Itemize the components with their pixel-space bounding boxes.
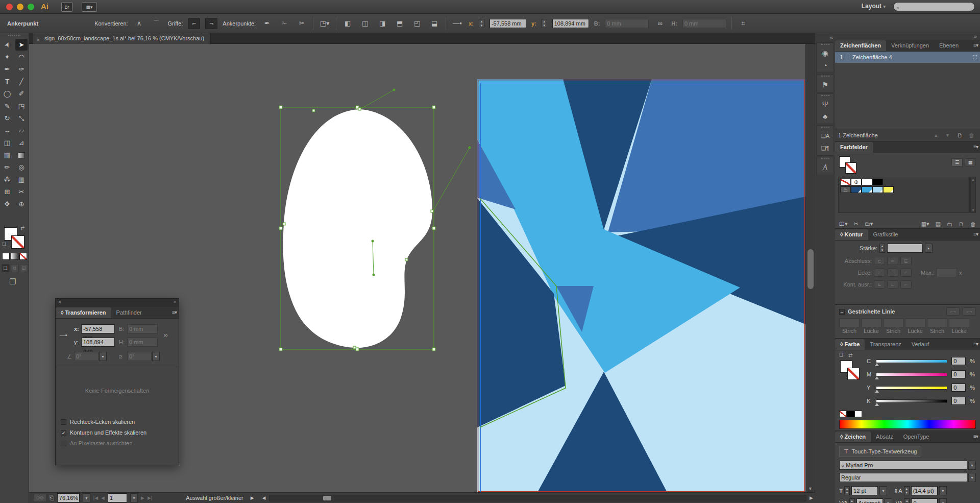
font-size-dropdown-icon[interactable]: ▾ [879,486,887,495]
color-stroke-proxy[interactable] [847,368,860,380]
transform-titlebar[interactable]: × » [56,299,179,307]
swatch-options-icon[interactable]: ▤ [936,221,941,227]
status-expand-icon[interactable]: ▶ [251,495,254,500]
new-color-group-icon[interactable]: 🗀 [947,221,952,227]
window-close-button[interactable] [6,4,13,10]
miter-join-button[interactable]: ⌐ [874,269,885,277]
stroke-color-proxy[interactable] [11,235,24,249]
isolate-selection-icon[interactable]: ◳▾ [318,18,331,29]
transform-collapse-icon[interactable]: » [174,299,176,304]
window-minimize-button[interactable] [17,4,23,10]
align-left-icon[interactable]: ◧ [341,18,354,29]
zoom-tool[interactable]: ⊕ [15,198,28,210]
horizontal-scrollbar[interactable] [269,495,807,501]
new-swatch-icon[interactable]: 🗋 [959,221,964,227]
glyphs-panel-icon[interactable]: A [817,161,834,174]
tab-pathfinder[interactable]: Pathfinder [111,307,147,318]
swatches-scrollbar[interactable]: ▲ ▼ [970,177,976,213]
last-page-icon[interactable]: ▶| [148,495,152,500]
swatches-menu-icon[interactable]: ≡▾ [973,144,978,150]
convert-to-smooth-icon[interactable]: ⌒ [151,18,163,29]
page-dropdown-icon[interactable]: ▾ [130,493,138,502]
swatch-black[interactable] [872,179,883,185]
tab-opentype[interactable]: OpenType [898,432,935,442]
selection-tool[interactable]: ➤ [0,37,15,53]
scale-strokes-row[interactable]: ✓ Konturen und Effekte skalieren [61,429,146,436]
magenta-slider[interactable] [876,373,947,376]
black-value[interactable]: 0 [951,397,966,405]
align-stroke-outside-button[interactable]: ⌐ [900,280,912,289]
align-middle-icon[interactable]: ◰ [411,18,423,29]
tab-color[interactable]: ◊ Farbe [835,339,865,350]
black-slider[interactable] [876,399,947,403]
connect-anchor-icon[interactable]: ✁ [278,18,290,29]
paragraph-styles-panel-icon[interactable]: ❏¶ [817,142,834,154]
magenta-value[interactable]: 0 [951,370,966,378]
tab-character[interactable]: ◊ Zeichen [835,432,871,442]
gradient-mode-button[interactable] [11,253,18,260]
window-zoom-button[interactable] [28,4,34,10]
character-menu-icon[interactable]: ≡▾ [973,434,978,439]
transform-chain-icon[interactable]: ∞ [164,332,168,338]
hand-tool[interactable]: ✥ [1,198,13,210]
align-center-icon[interactable]: ◫ [359,18,371,29]
font-style-dropdown-icon[interactable]: ▾ [968,473,976,482]
add-to-library-icon[interactable]: 🗀▾ [865,221,873,227]
y-stepper[interactable]: ▲▼ [542,19,547,28]
scroll-right-icon[interactable]: ▶ [810,495,813,500]
first-page-icon[interactable]: |◀ [93,495,98,500]
search-input[interactable]: ⌕ [893,2,975,11]
font-family-dropdown-icon[interactable]: ▾ [968,461,976,470]
transform-x-input[interactable]: -57,558 mm [81,324,115,333]
color-menu-icon[interactable]: ≡▾ [973,341,978,347]
horizontal-scrollbar-handle[interactable] [323,496,331,500]
scale-corners-row[interactable]: Rechteck-Ecken skalieren [61,419,135,425]
swatch-none[interactable] [840,179,851,185]
transform-floating-panel[interactable]: × » ◊ Transformieren Pathfinder ≡▾ —▪ x:… [55,298,179,465]
swatch-registration[interactable]: ⊕ [851,179,862,185]
perspective-grid-tool[interactable]: ⊿ [15,137,28,149]
tab-transparency[interactable]: Transparenz [865,339,906,350]
status-left-icon[interactable]: ⊙⊘ [33,494,46,502]
reference-point-locator[interactable]: —▪ [60,332,67,338]
gradient-panel-icon[interactable]: ◔ [817,59,834,71]
shape-builder-tool[interactable]: ◫ [1,137,13,149]
leading-stepper[interactable]: ▲▼ [904,486,910,495]
tab-layers[interactable]: Ebenen [934,40,964,51]
line-segment-tool[interactable]: ╱ [15,76,28,87]
align-top-icon[interactable]: ⬒ [394,18,406,29]
round-join-button[interactable]: ⌒ [887,269,898,277]
delete-artboard-icon[interactable]: 🗑 [969,132,974,138]
tab-stroke[interactable]: ◊ Kontur [835,229,868,240]
font-size-input[interactable]: 12 pt [851,486,878,495]
free-transform-tool[interactable]: ▱ [15,125,28,136]
brushes-panel-icon[interactable]: Ψ [817,98,834,110]
tab-gradient[interactable]: Verlauf [906,339,934,350]
color-swap-icon[interactable]: ⇄ [848,352,852,358]
swatch-yellow[interactable] [883,186,894,193]
delete-swatch-icon[interactable]: 🗑 [970,221,976,227]
quick-black-swatch[interactable] [847,411,854,417]
dashed-line-checkbox[interactable]: – [839,309,845,315]
hide-handles-button[interactable]: ¬ [205,18,217,29]
align-stroke-inside-button[interactable]: ∟ [887,280,898,289]
transform-menu-icon[interactable]: ≡▾ [172,309,177,315]
panel-menu-icon[interactable]: ≡▾ [973,42,978,48]
symbols-panel-icon[interactable]: ♣ [817,110,834,123]
none-mode-button[interactable] [19,253,27,260]
screen-mode-icon[interactable]: ❐ [9,277,16,286]
eyedropper-tool[interactable]: ✏ [1,161,13,173]
stroke-menu-icon[interactable]: ≡▾ [973,231,978,237]
width-tool[interactable]: ↔ [1,125,13,136]
curvature-tool[interactable]: ✑ [15,63,28,75]
tab-swatches[interactable]: Farbfelder [835,142,873,153]
tab-links[interactable]: Verknüpfungen [886,40,934,51]
quick-none-swatch[interactable] [839,411,847,417]
tab-artboards[interactable]: Zeichenflächen [835,40,886,51]
stroke-weight-stepper[interactable]: ▲▼ [879,244,885,253]
bevel-join-button[interactable]: ⌏ [900,269,912,277]
tab-paragraph[interactable]: Absatz [871,432,898,442]
next-page-icon[interactable]: ▶ [141,495,144,500]
x-stepper[interactable]: ▲▼ [479,19,484,28]
symbol-sprayer-tool[interactable]: ⁂ [1,174,13,185]
